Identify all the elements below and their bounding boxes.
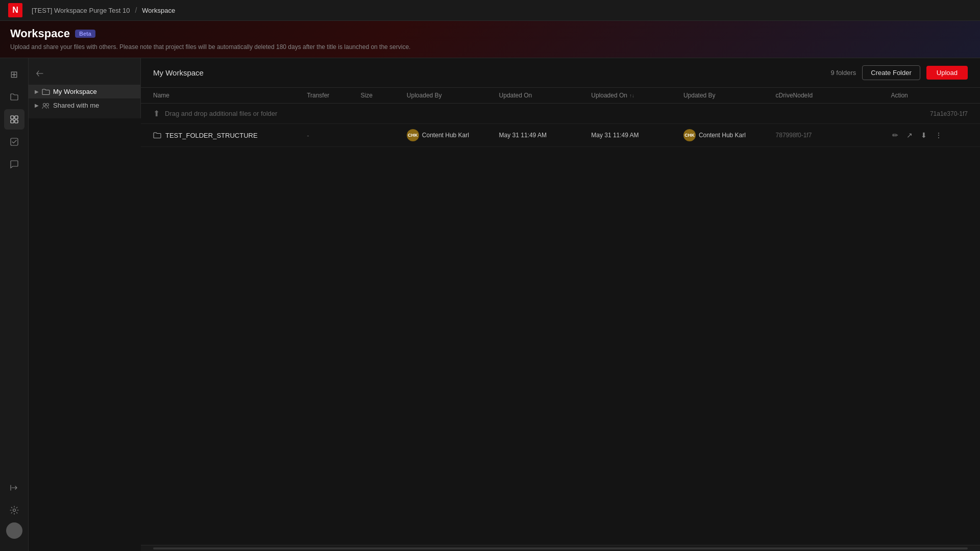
- sidebar-grid-btn[interactable]: ⊞: [4, 64, 24, 85]
- upload-button[interactable]: Upload: [926, 66, 968, 80]
- uploaded-on-sort-icon: ↑↓: [629, 93, 634, 98]
- col-updated-by: Updated By: [683, 92, 776, 99]
- icon-sidebar: ⊞: [0, 58, 29, 551]
- updated-by-avatar: CHK: [683, 129, 696, 141]
- collapse-tree-icon: [36, 69, 44, 78]
- col-transfer: Transfer: [307, 92, 360, 99]
- drag-drop-icon: ⬆: [153, 109, 160, 118]
- file-tree: ▶ My Workspace ▶ Shared with me: [29, 58, 141, 118]
- file-transfer: -: [307, 132, 360, 139]
- workspace-header: My Workspace 9 folders Create Folder Upl…: [141, 58, 980, 88]
- shared-users-icon: [42, 102, 50, 109]
- uploaded-by-avatar: CHK: [407, 129, 419, 141]
- edit-action-btn[interactable]: ✏: [891, 130, 900, 141]
- chat-icon: [10, 160, 19, 169]
- folder-row-icon: [153, 132, 161, 139]
- sidebar-chat-btn[interactable]: [4, 154, 24, 174]
- beta-badge: Beta: [75, 30, 95, 38]
- my-workspace-label: My Workspace: [53, 88, 97, 95]
- drag-drop-nodeid: 71a1e370-1f7: [930, 110, 968, 117]
- updated-by-cell: CHK Content Hub Karl: [683, 129, 776, 141]
- drag-drop-row[interactable]: ⬆ Drag and drop additional files or fold…: [141, 104, 980, 124]
- uploaded-by-cell: CHK Content Hub Karl: [407, 129, 499, 141]
- sidebar-folder-btn[interactable]: [4, 87, 24, 107]
- action-cell: ✏ ↗ ⬇ ⋮: [891, 130, 968, 141]
- file-name-cell[interactable]: TEST_FOLDER_STRUCTURE: [153, 132, 307, 139]
- file-tree-container: ▶ My Workspace ▶ Shared with me: [29, 58, 141, 551]
- sidebar-collapse-btn[interactable]: [4, 478, 24, 498]
- col-uploaded-on[interactable]: Uploaded On ↑↓: [591, 92, 683, 99]
- svg-rect-0: [11, 116, 14, 119]
- updated-by-name: Content Hub Karl: [699, 132, 746, 139]
- page-subtitle: Upload and share your files with others.…: [10, 43, 970, 51]
- svg-point-6: [43, 103, 46, 106]
- col-size: Size: [361, 92, 407, 99]
- workspace-actions: 9 folders Create Folder Upload: [830, 65, 968, 80]
- top-bar: N [TEST] Workspace Purge Test 10 / Works…: [0, 0, 980, 21]
- svg-rect-3: [15, 120, 18, 123]
- tree-item-shared[interactable]: ▶ Shared with me: [29, 98, 140, 112]
- uploaded-by-name: Content Hub Karl: [422, 132, 469, 139]
- svg-rect-1: [15, 116, 18, 119]
- settings-icon: [10, 506, 19, 515]
- my-workspace-chevron: ▶: [35, 89, 39, 94]
- breadcrumb-project[interactable]: [TEST] Workspace Purge Test 10: [32, 7, 130, 14]
- svg-rect-4: [11, 138, 18, 145]
- col-node-id: cDriveNodeId: [776, 92, 891, 99]
- bottom-bar: [141, 545, 980, 551]
- main-layout: ⊞: [0, 58, 980, 551]
- main-content: My Workspace 9 folders Create Folder Upl…: [141, 58, 980, 551]
- file-table: Name Transfer Size Uploaded By Updated O…: [141, 88, 980, 545]
- col-action: Action: [891, 92, 968, 99]
- svg-rect-2: [11, 120, 14, 123]
- share-action-btn[interactable]: ↗: [905, 130, 914, 141]
- workspace-section-title: My Workspace: [153, 68, 204, 77]
- download-action-btn[interactable]: ⬇: [919, 130, 928, 141]
- drag-drop-text: Drag and drop additional files or folder: [165, 110, 277, 117]
- workspace-nav-icon: [10, 115, 19, 124]
- breadcrumb-separator: /: [135, 6, 137, 14]
- tree-item-my-workspace[interactable]: ▶ My Workspace: [29, 85, 140, 98]
- breadcrumb-section: Workspace: [142, 7, 175, 14]
- svg-point-7: [46, 103, 49, 106]
- user-avatar[interactable]: [6, 522, 22, 539]
- tree-collapse-btn[interactable]: [33, 66, 47, 81]
- folder-nav-icon: [10, 92, 19, 102]
- page-header: Workspace Beta Upload and share your fil…: [0, 21, 980, 58]
- col-updated-on: Updated On: [499, 92, 592, 99]
- task-icon: [10, 137, 19, 146]
- col-uploaded-by: Uploaded By: [407, 92, 499, 99]
- sidebar-workspace-btn[interactable]: [4, 109, 24, 130]
- sidebar-task-btn[interactable]: [4, 132, 24, 152]
- shared-label: Shared with me: [53, 102, 99, 109]
- scroll-track[interactable]: [153, 547, 968, 549]
- my-workspace-folder-icon: [42, 88, 50, 95]
- file-name-text: TEST_FOLDER_STRUCTURE: [165, 132, 258, 139]
- col-name: Name: [153, 92, 307, 99]
- create-folder-button[interactable]: Create Folder: [862, 65, 920, 80]
- uploaded-on: May 31 11:49 AM: [591, 132, 683, 139]
- page-title: Workspace: [10, 27, 70, 40]
- sidebar-settings-btn[interactable]: [4, 500, 24, 520]
- netflix-logo: N: [8, 3, 22, 17]
- shared-chevron: ▶: [35, 103, 39, 108]
- updated-on: May 31 11:49 AM: [499, 132, 592, 139]
- table-header: Name Transfer Size Uploaded By Updated O…: [141, 88, 980, 104]
- folders-count: 9 folders: [830, 69, 856, 77]
- table-row: TEST_FOLDER_STRUCTURE - CHK Content Hub …: [141, 124, 980, 147]
- collapse-icon: [10, 483, 19, 492]
- node-id: 787998f0-1f7: [776, 132, 891, 139]
- svg-point-5: [13, 509, 15, 512]
- more-action-btn[interactable]: ⋮: [934, 130, 944, 141]
